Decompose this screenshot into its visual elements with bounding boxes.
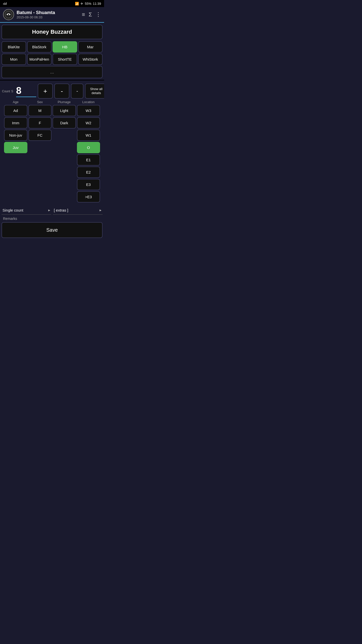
more-species-row[interactable]: ... [2, 66, 103, 78]
list-view-button[interactable]: ≡ [82, 11, 85, 18]
count-add-button[interactable]: + [38, 84, 53, 99]
species-btn-mon[interactable]: Mon [2, 54, 26, 65]
location-e2-button[interactable]: E2 [77, 167, 100, 178]
airplane-icon: ✈ [80, 2, 83, 6]
svg-point-1 [8, 14, 9, 15]
species-name[interactable]: Honey Buzzard [2, 25, 103, 39]
more-options-button[interactable]: ⋮ [96, 11, 101, 18]
extras-label: [ extras ] [54, 208, 68, 212]
location-e1-button[interactable]: E1 [77, 154, 100, 166]
single-count-dropdown[interactable]: Single count ▶ [2, 206, 51, 215]
species-btn-whistork[interactable]: WhiStork [78, 54, 103, 65]
species-btn-blakite[interactable]: BlaKite [2, 41, 26, 53]
species-btn-blastork[interactable]: BlaStork [27, 41, 52, 53]
plumage-column: Light Dark [53, 105, 76, 203]
sex-fc-button[interactable]: FC [28, 130, 52, 141]
count-underline [16, 97, 36, 97]
battery-status: 55% [85, 2, 91, 6]
count-sublabel: S [11, 90, 13, 93]
location-header: Location [77, 100, 100, 104]
age-juv-button[interactable]: Juv [4, 142, 27, 153]
extras-dropdown[interactable]: [ extras ] ▶ [53, 206, 103, 215]
header-actions[interactable]: ≡ Σ ⋮ [82, 11, 101, 18]
age-column: Ad Imm Non-juv Juv [4, 105, 27, 203]
app-logo [3, 9, 14, 20]
sex-m-button[interactable]: M [28, 105, 52, 116]
location-gt-e3-button[interactable]: >E3 [77, 191, 100, 203]
divider [0, 80, 104, 80]
sex-column: M F FC [28, 105, 52, 203]
wifi-icon: 📶 [75, 2, 79, 6]
datetime-subtitle: 2015-08-30 06:33 [17, 15, 79, 19]
detail-grid: Ad Imm Non-juv Juv M F FC Light Dark W3 … [2, 105, 102, 203]
location-w3-button[interactable]: W3 [77, 105, 100, 116]
clock: 11:39 [93, 2, 101, 6]
plumage-dark-button[interactable]: Dark [53, 117, 76, 129]
species-btn-monpalhen[interactable]: MonPalHen [27, 54, 52, 65]
show-all-details-button[interactable]: Show all details [85, 84, 104, 99]
bottom-section: Single count ▶ [ extras ] ▶ Remarks Save [2, 206, 103, 238]
sex-header: Sex [28, 100, 52, 104]
plumage-header: Plumage [53, 100, 76, 104]
age-nonjuv-button[interactable]: Non-juv [4, 130, 27, 141]
header-info: Batumi - Shuamta 2015-08-30 06:33 [17, 10, 79, 19]
age-imm-button[interactable]: Imm [4, 117, 27, 129]
sex-f-button[interactable]: F [28, 117, 52, 129]
age-ad-button[interactable]: Ad [4, 105, 27, 116]
location-w1-button[interactable]: W1 [77, 130, 100, 141]
single-count-label: Single count [3, 208, 23, 212]
status-bar: 🏎 📶 ✈ 55% 11:39 [0, 0, 104, 7]
app-icon: 🏎 [3, 1, 7, 6]
location-o-button[interactable]: O [77, 142, 100, 153]
single-count-arrow-icon: ▶ [48, 209, 50, 212]
count-section: Count S 8 + - - Show all details Age Sex… [0, 82, 104, 204]
species-grid: BlaKite BlaStork HB Mar Mon MonPalHen Sh… [2, 41, 103, 65]
count-label: Count [2, 90, 10, 93]
location-column: W3 W2 W1 O E1 E2 E3 >E3 [77, 105, 100, 203]
column-headers: Age Sex Plumage Location [2, 100, 102, 104]
count-type-row: Single count ▶ [ extras ] ▶ [2, 206, 103, 215]
species-btn-hb[interactable]: HB [53, 41, 77, 53]
plumage-light-button[interactable]: Light [53, 105, 76, 116]
sum-button[interactable]: Σ [88, 11, 92, 18]
extras-arrow-icon: ▶ [100, 209, 102, 212]
save-button[interactable]: Save [2, 222, 103, 238]
count-controls: + - - Show all details [38, 84, 104, 99]
remarks-label: Remarks [3, 217, 103, 221]
location-w2-button[interactable]: W2 [77, 117, 100, 129]
species-btn-shortte[interactable]: ShortTE [53, 54, 77, 65]
count-small-minus-button[interactable]: - [71, 84, 83, 99]
location-e3-button[interactable]: E3 [77, 179, 100, 190]
header: Batumi - Shuamta 2015-08-30 06:33 ≡ Σ ⋮ [0, 7, 104, 23]
count-minus-button[interactable]: - [54, 84, 69, 99]
species-btn-mar[interactable]: Mar [78, 41, 103, 53]
count-value: 8 [16, 85, 36, 96]
age-header: Age [4, 100, 27, 104]
location-title: Batumi - Shuamta [17, 10, 79, 15]
